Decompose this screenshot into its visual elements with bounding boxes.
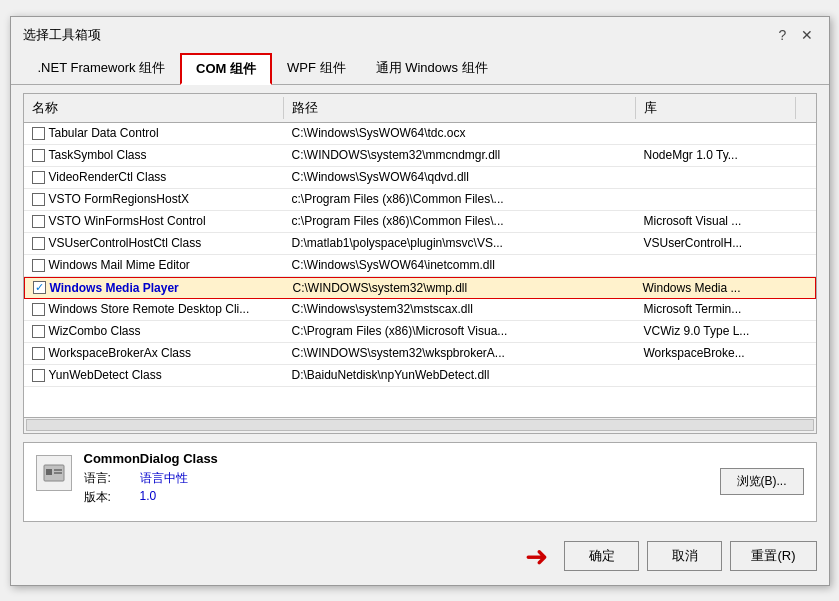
cell-lib: VCWiz 9.0 Type L...	[636, 322, 796, 340]
table-body[interactable]: Tabular Data ControlC:\Windows\SysWOW64\…	[24, 123, 816, 417]
svg-rect-1	[46, 469, 52, 475]
row-checkbox[interactable]	[32, 237, 45, 250]
table-row[interactable]: Tabular Data ControlC:\Windows\SysWOW64\…	[24, 123, 816, 145]
cell-scroll	[796, 131, 816, 135]
row-checkbox[interactable]	[32, 215, 45, 228]
cell-name: Windows Store Remote Desktop Cli...	[24, 300, 284, 318]
row-checkbox[interactable]	[32, 325, 45, 338]
cell-lib	[636, 175, 796, 179]
help-button[interactable]: ?	[773, 25, 793, 45]
row-checkbox[interactable]: ✓	[33, 281, 46, 294]
info-lang-row: 语言: 语言中性	[84, 470, 708, 487]
info-version-row: 版本: 1.0	[84, 489, 708, 506]
row-name-text: YunWebDetect Class	[49, 368, 162, 382]
cell-path: D:\BaiduNetdisk\npYunWebDetect.dll	[284, 366, 636, 384]
cell-lib: Microsoft Visual ...	[636, 212, 796, 230]
component-icon	[36, 455, 72, 491]
components-table: 名称 路径 库 Tabular Data ControlC:\Windows\S…	[23, 93, 817, 434]
cell-path: c:\Program Files (x86)\Common Files\...	[284, 212, 636, 230]
cell-path: C:\Program Files (x86)\Microsoft Visua..…	[284, 322, 636, 340]
row-name-text: WorkspaceBrokerAx Class	[49, 346, 192, 360]
cell-scroll	[796, 373, 816, 377]
cell-lib	[636, 373, 796, 377]
close-button[interactable]: ✕	[797, 25, 817, 45]
table-row[interactable]: VSUserControlHostCtl ClassD:\matlab1\pol…	[24, 233, 816, 255]
scroll-track[interactable]	[26, 419, 814, 431]
row-checkbox[interactable]	[32, 171, 45, 184]
cell-name: YunWebDetect Class	[24, 366, 284, 384]
table-row[interactable]: WorkspaceBrokerAx ClassC:\WINDOWS\system…	[24, 343, 816, 365]
title-controls: ? ✕	[773, 25, 817, 45]
content-area: 名称 路径 库 Tabular Data ControlC:\Windows\S…	[11, 85, 829, 530]
row-checkbox[interactable]	[32, 127, 45, 140]
cell-path: C:\Windows\SysWOW64\qdvd.dll	[284, 168, 636, 186]
tab-dotnet[interactable]: .NET Framework 组件	[23, 53, 181, 85]
tab-wpf[interactable]: WPF 组件	[272, 53, 361, 85]
info-content: CommonDialog Class 语言: 语言中性 版本: 1.0	[84, 451, 708, 508]
cell-path: C:\Windows\system32\mstscax.dll	[284, 300, 636, 318]
row-checkbox[interactable]	[32, 259, 45, 272]
dialog-title: 选择工具箱项	[23, 26, 101, 44]
cell-lib: VSUserControlH...	[636, 234, 796, 252]
row-name-text: VSUserControlHostCtl Class	[49, 236, 202, 250]
row-name-text: TaskSymbol Class	[49, 148, 147, 162]
cell-name: ✓Windows Media Player	[25, 279, 285, 297]
version-value: 1.0	[140, 489, 157, 506]
col-name: 名称	[24, 97, 284, 119]
cancel-button[interactable]: 取消	[647, 541, 722, 571]
cell-path: D:\matlab1\polyspace\plugin\msvc\VS...	[284, 234, 636, 252]
cell-scroll	[795, 286, 815, 290]
cell-scroll	[796, 351, 816, 355]
cell-path: c:\Program Files (x86)\Common Files\...	[284, 190, 636, 208]
cell-scroll	[796, 241, 816, 245]
row-checkbox[interactable]	[32, 149, 45, 162]
table-row[interactable]: VSTO FormRegionsHostXc:\Program Files (x…	[24, 189, 816, 211]
cell-lib: WorkspaceBroke...	[636, 344, 796, 362]
cell-name: VSTO FormRegionsHostX	[24, 190, 284, 208]
cell-scroll	[796, 307, 816, 311]
table-row[interactable]: Windows Mail Mime EditorC:\Windows\SysWO…	[24, 255, 816, 277]
tabs-row: .NET Framework 组件 COM 组件 WPF 组件 通用 Windo…	[11, 53, 829, 85]
reset-button[interactable]: 重置(R)	[730, 541, 816, 571]
browse-button[interactable]: 浏览(B)...	[720, 468, 804, 495]
row-checkbox[interactable]	[32, 193, 45, 206]
cell-scroll	[796, 329, 816, 333]
row-name-text: VideoRenderCtl Class	[49, 170, 167, 184]
cell-scroll	[796, 197, 816, 201]
cell-name: WorkspaceBrokerAx Class	[24, 344, 284, 362]
cell-lib: Microsoft Termin...	[636, 300, 796, 318]
row-name-text: Windows Store Remote Desktop Cli...	[49, 302, 250, 316]
lang-value: 语言中性	[140, 470, 188, 487]
table-row[interactable]: TaskSymbol ClassC:\WINDOWS\system32\mmcn…	[24, 145, 816, 167]
table-row[interactable]: ✓Windows Media PlayerC:\WINDOWS\system32…	[24, 277, 816, 299]
col-path: 路径	[284, 97, 636, 119]
table-row[interactable]: YunWebDetect ClassD:\BaiduNetdisk\npYunW…	[24, 365, 816, 387]
row-checkbox[interactable]	[32, 303, 45, 316]
row-name-text: WizCombo Class	[49, 324, 141, 338]
table-row[interactable]: WizCombo ClassC:\Program Files (x86)\Mic…	[24, 321, 816, 343]
info-panel: CommonDialog Class 语言: 语言中性 版本: 1.0 浏览(B…	[23, 442, 817, 522]
table-header: 名称 路径 库	[24, 94, 816, 123]
cell-name: Tabular Data Control	[24, 124, 284, 142]
row-name-text: VSTO FormRegionsHostX	[49, 192, 190, 206]
cell-name: TaskSymbol Class	[24, 146, 284, 164]
table-row[interactable]: Windows Store Remote Desktop Cli...C:\Wi…	[24, 299, 816, 321]
button-row: ➜ 确定 取消 重置(R)	[11, 530, 829, 585]
cell-lib	[636, 263, 796, 267]
horizontal-scrollbar[interactable]	[24, 417, 816, 433]
cell-name: VideoRenderCtl Class	[24, 168, 284, 186]
cell-scroll	[796, 219, 816, 223]
col-scroll	[796, 97, 812, 119]
row-name-text: Tabular Data Control	[49, 126, 159, 140]
ok-button[interactable]: 确定	[564, 541, 639, 571]
table-row[interactable]: VSTO WinFormsHost Controlc:\Program File…	[24, 211, 816, 233]
version-label: 版本:	[84, 489, 124, 506]
tab-windows[interactable]: 通用 Windows 组件	[361, 53, 503, 85]
row-checkbox[interactable]	[32, 347, 45, 360]
tab-com[interactable]: COM 组件	[180, 53, 272, 85]
arrow-icon: ➜	[525, 540, 548, 573]
cell-name: VSUserControlHostCtl Class	[24, 234, 284, 252]
row-checkbox[interactable]	[32, 369, 45, 382]
component-title: CommonDialog Class	[84, 451, 708, 466]
table-row[interactable]: VideoRenderCtl ClassC:\Windows\SysWOW64\…	[24, 167, 816, 189]
